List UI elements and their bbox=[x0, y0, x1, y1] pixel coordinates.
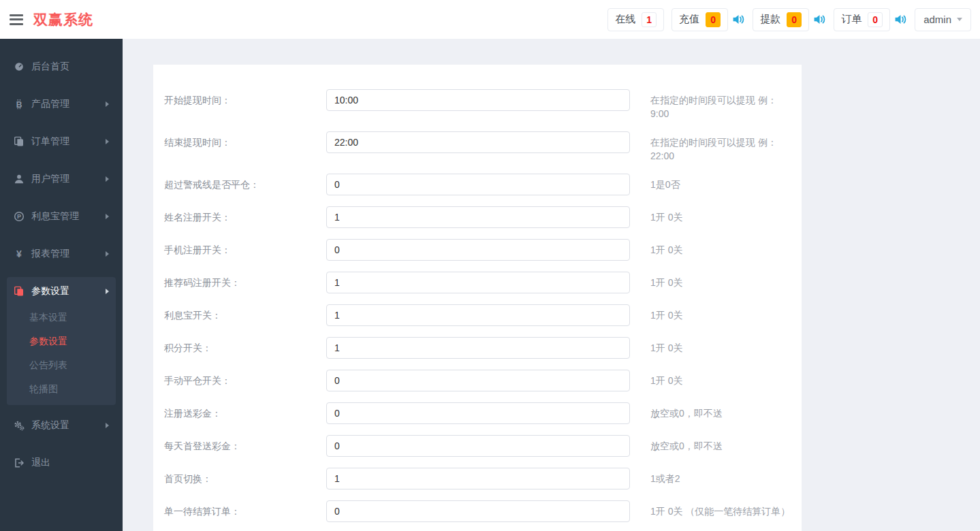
daily-login-bonus-hint: 放空或0，即不送 bbox=[650, 435, 723, 453]
sidebar-item-users[interactable]: 用户管理 bbox=[0, 160, 123, 197]
points-switch-input[interactable] bbox=[326, 337, 630, 359]
sidebar-item-label: 后台首页 bbox=[31, 61, 109, 73]
form-row-single-pending-order: 单一待结算订单： 1开 0关 （仅能一笔待结算订单） bbox=[164, 500, 795, 522]
register-bonus-hint: 放空或0，即不送 bbox=[650, 402, 723, 420]
form-row-daily-login-bonus: 每天首登送彩金： 放空或0，即不送 bbox=[164, 435, 795, 457]
copy-pages-icon bbox=[14, 136, 25, 147]
sidebar-item-dashboard[interactable]: 后台首页 bbox=[0, 48, 123, 85]
svg-text:P: P bbox=[17, 213, 21, 220]
sidebar-item-label: 产品管理 bbox=[31, 98, 106, 110]
stat-online-value: 1 bbox=[642, 12, 657, 27]
daily-login-bonus-input[interactable] bbox=[326, 435, 630, 457]
sidebar-item-label: 用户管理 bbox=[31, 173, 106, 185]
speaker-icon[interactable] bbox=[732, 14, 745, 25]
top-header: 双赢系统 在线 1 充值 0 bbox=[0, 0, 980, 39]
form-row-end-withdraw-time: 结束提现时间： 在指定的时间段可以提现 例： 22:00 bbox=[164, 131, 795, 163]
circle-p-icon: P bbox=[14, 211, 25, 222]
screen: 双赢系统 在线 1 充值 0 bbox=[0, 0, 980, 531]
start-withdraw-time-input[interactable] bbox=[326, 89, 630, 111]
sidebar-item-label: 系统设置 bbox=[31, 419, 106, 432]
sidebar: 后台首页 B 产品管理 订单管理 用户管理 bbox=[0, 39, 123, 531]
form-row-force-liquidation: 超过警戒线是否平仓： 1是0否 bbox=[164, 174, 795, 195]
sidebar-submenu: 基本设置 参数设置 公告列表 轮播图 bbox=[7, 306, 116, 401]
force-liquidation-hint: 1是0否 bbox=[650, 174, 680, 191]
start-withdraw-time-label: 开始提现时间： bbox=[164, 89, 326, 111]
stat-unit-recharge: 充值 0 bbox=[671, 8, 745, 31]
daily-login-bonus-label: 每天首登送彩金： bbox=[164, 435, 326, 457]
single-pending-order-label: 单一待结算订单： bbox=[164, 500, 326, 522]
stat-recharge[interactable]: 充值 0 bbox=[671, 8, 728, 31]
header-right: 在线 1 充值 0 提款 0 bbox=[607, 8, 980, 31]
sidebar-group-params: 参数设置 基本设置 参数设置 公告列表 轮播图 bbox=[7, 277, 116, 405]
stat-recharge-label: 充值 bbox=[679, 13, 699, 26]
user-menu-dropdown[interactable]: admin bbox=[915, 8, 971, 31]
user-name: admin bbox=[923, 14, 951, 25]
register-bonus-label: 注册送彩金： bbox=[164, 402, 326, 424]
name-register-switch-input[interactable] bbox=[326, 206, 630, 228]
register-bonus-input[interactable] bbox=[326, 402, 630, 424]
form-row-interest-switch: 利息宝开关： 1开 0关 bbox=[164, 304, 795, 326]
phone-register-switch-input[interactable] bbox=[326, 239, 630, 261]
homepage-toggle-hint: 1或者2 bbox=[650, 468, 680, 485]
form-row-name-register-switch: 姓名注册开关： 1开 0关 bbox=[164, 206, 795, 228]
single-pending-order-input[interactable] bbox=[326, 500, 630, 522]
end-withdraw-time-input[interactable] bbox=[326, 131, 630, 153]
phone-register-switch-hint: 1开 0关 bbox=[650, 239, 682, 257]
manual-liquidation-switch-hint: 1开 0关 bbox=[650, 370, 682, 387]
form-row-register-bonus: 注册送彩金： 放空或0，即不送 bbox=[164, 402, 795, 424]
manual-liquidation-switch-input[interactable] bbox=[326, 370, 630, 391]
submenu-item-param-settings[interactable]: 参数设置 bbox=[7, 329, 116, 353]
name-register-switch-hint: 1开 0关 bbox=[650, 206, 682, 224]
caret-right-icon bbox=[106, 289, 109, 294]
stat-online[interactable]: 在线 1 bbox=[607, 8, 664, 31]
sidebar-item-reports[interactable]: ¥ 报表管理 bbox=[0, 235, 123, 272]
stat-withdraw[interactable]: 提款 0 bbox=[753, 8, 809, 31]
form-row-referral-register-switch: 推荐码注册开关： 1开 0关 bbox=[164, 272, 795, 293]
submenu-item-basic-settings[interactable]: 基本设置 bbox=[7, 306, 116, 329]
sidebar-item-orders[interactable]: 订单管理 bbox=[0, 123, 123, 160]
yen-icon: ¥ bbox=[14, 248, 25, 259]
stat-online-label: 在线 bbox=[615, 13, 635, 26]
sidebar-item-system[interactable]: 系统设置 bbox=[0, 406, 123, 444]
submenu-item-announcements[interactable]: 公告列表 bbox=[7, 353, 116, 377]
start-withdraw-time-hint: 在指定的时间段可以提现 例： 9:00 bbox=[650, 89, 777, 120]
referral-register-switch-hint: 1开 0关 bbox=[650, 272, 682, 289]
interest-switch-label: 利息宝开关： bbox=[164, 304, 326, 326]
speaker-icon[interactable] bbox=[894, 14, 907, 25]
sidebar-item-interest[interactable]: P 利息宝管理 bbox=[0, 197, 123, 235]
phone-register-switch-label: 手机注册开关： bbox=[164, 239, 326, 261]
main-content: 开始提现时间： 在指定的时间段可以提现 例： 9:00 结束提现时间： 在指定的… bbox=[123, 39, 980, 531]
settings-form-card: 开始提现时间： 在指定的时间段可以提现 例： 9:00 结束提现时间： 在指定的… bbox=[153, 65, 802, 531]
sidebar-item-logout[interactable]: 退出 bbox=[0, 444, 123, 481]
stat-withdraw-label: 提款 bbox=[760, 13, 780, 26]
stat-unit-withdraw: 提款 0 bbox=[753, 8, 826, 31]
gears-icon bbox=[14, 420, 25, 431]
dashboard-gauge-icon bbox=[14, 61, 25, 72]
stat-orders[interactable]: 订单 0 bbox=[834, 8, 890, 31]
sidebar-item-label: 报表管理 bbox=[31, 248, 106, 260]
homepage-toggle-input[interactable] bbox=[326, 468, 630, 489]
single-pending-order-hint: 1开 0关 （仅能一笔待结算订单） bbox=[650, 500, 790, 518]
caret-right-icon bbox=[106, 139, 109, 144]
sidebar-item-params[interactable]: 参数设置 bbox=[7, 277, 116, 306]
speaker-icon[interactable] bbox=[813, 14, 826, 25]
caret-right-icon bbox=[106, 423, 109, 428]
sidebar-item-products[interactable]: B 产品管理 bbox=[0, 85, 123, 123]
sidebar-item-label: 参数设置 bbox=[31, 285, 106, 297]
sidebar-nav: 后台首页 B 产品管理 订单管理 用户管理 bbox=[0, 39, 123, 481]
force-liquidation-input[interactable] bbox=[326, 174, 630, 195]
referral-register-switch-label: 推荐码注册开关： bbox=[164, 272, 326, 293]
sign-out-icon bbox=[14, 457, 25, 468]
submenu-item-carousel[interactable]: 轮播图 bbox=[7, 377, 116, 401]
end-withdraw-time-label: 结束提现时间： bbox=[164, 131, 326, 153]
stat-recharge-value: 0 bbox=[706, 12, 721, 27]
menu-toggle-icon[interactable] bbox=[10, 14, 25, 25]
stat-unit-online: 在线 1 bbox=[607, 8, 664, 31]
interest-switch-input[interactable] bbox=[326, 304, 630, 326]
caret-right-icon bbox=[106, 251, 109, 257]
caret-down-icon bbox=[957, 18, 962, 21]
svg-text:B: B bbox=[16, 99, 22, 109]
referral-register-switch-input[interactable] bbox=[326, 272, 630, 293]
caret-right-icon bbox=[106, 101, 109, 107]
sidebar-item-label: 利息宝管理 bbox=[31, 210, 106, 223]
